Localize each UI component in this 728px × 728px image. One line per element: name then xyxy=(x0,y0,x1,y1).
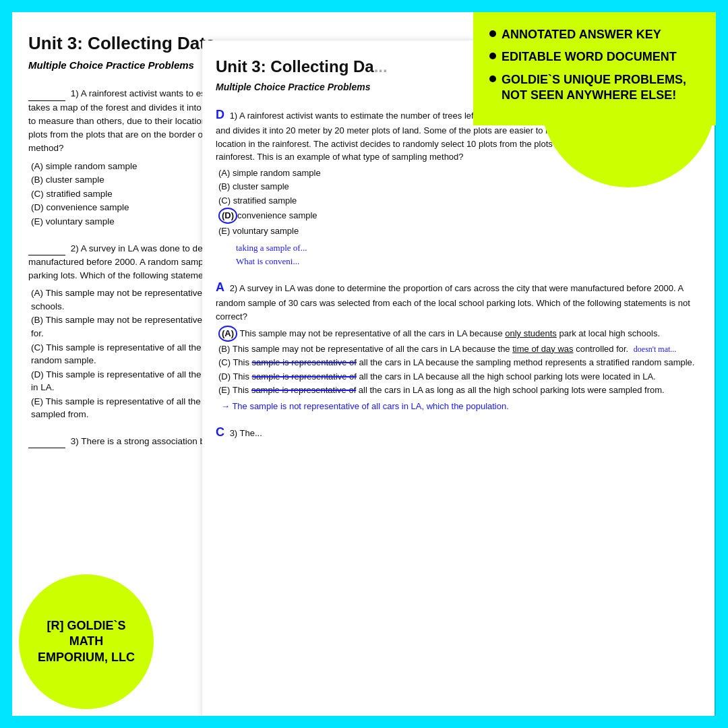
ak-q1-annotation-area: taking a sample of...What is conveni... xyxy=(216,241,701,268)
frame-right xyxy=(716,0,728,728)
q3-blank xyxy=(28,448,65,448)
ak-q2-cb: (B) This sample may not be representativ… xyxy=(218,342,701,356)
ak-q2-body: 2) A survey in LA was done to determine … xyxy=(216,283,690,322)
bullet-2 xyxy=(489,53,496,59)
bullet-3 xyxy=(489,75,496,82)
badge-text-content: [R] GOLDIE`S MATH EMPORIUM, LLC xyxy=(31,611,142,672)
ak-q1-arrow-note: taking a sample of...What is conveni... xyxy=(236,241,701,268)
bullet-1 xyxy=(489,30,496,37)
answer-circle-d: (D) xyxy=(218,208,237,224)
feature-label-1: ANNOTATED ANSWER KEY xyxy=(502,27,661,42)
ak-q1-answer: D xyxy=(216,108,224,121)
ak-q2-ca: (A) This sample may not be representativ… xyxy=(218,326,701,342)
ak-q2-choices: (A) This sample may not be representativ… xyxy=(218,326,701,397)
badge-line2: MATH xyxy=(38,634,135,649)
ak-q1-cc: (C) stratified sample xyxy=(218,194,701,208)
ak-q2-ce: (E) This sample is representative of all… xyxy=(218,384,701,397)
ak-q1-note-text: taking a sample of...What is conveni... xyxy=(236,241,307,268)
strikethrough-e: sample is representative of xyxy=(251,385,356,395)
strikethrough-d: sample is representative of xyxy=(252,371,357,382)
ak-q2-bottom-note: → The sample is not representative of al… xyxy=(221,400,701,413)
feature-item-3: GOLDIE`S UNIQUE PROBLEMS, NOT SEEN ANYWH… xyxy=(489,72,700,104)
ak-q1-cd: (D)convenience sample xyxy=(218,208,701,224)
ak-q2-text: A 2) A survey in LA was done to determin… xyxy=(216,278,701,323)
brand-badge: [R] GOLDIE`S MATH EMPORIUM, LLC xyxy=(19,574,154,709)
ak-q3-text: 3) The... xyxy=(230,428,262,438)
feature-label-2: EDITABLE WORD DOCUMENT xyxy=(502,49,677,65)
ak-q2: A 2) A survey in LA was done to determin… xyxy=(216,278,701,413)
answer-circle-a: (A) xyxy=(218,326,237,342)
ak-q2-cd: (D) This sample is representative of all… xyxy=(218,370,701,384)
ak-q2-cb-note: doesn't mat... xyxy=(634,344,677,354)
feature-box: ANNOTATED ANSWER KEY EDITABLE WORD DOCUM… xyxy=(473,12,716,125)
badge-line3: EMPORIUM, LLC xyxy=(38,650,135,665)
underlined-text-a: only students xyxy=(505,328,557,338)
frame-top xyxy=(0,0,728,12)
ak-q3-answer: C xyxy=(216,425,224,439)
ak-q3-partial: C 3) The... xyxy=(216,423,701,442)
underlined-text-b: time of day was xyxy=(512,344,573,354)
feature-label-3: GOLDIE`S UNIQUE PROBLEMS, NOT SEEN ANYWH… xyxy=(502,72,700,104)
q2-blank xyxy=(28,255,65,255)
ak-q2-answer: A xyxy=(216,280,224,294)
frame-bottom xyxy=(0,716,728,728)
q1-blank xyxy=(28,100,65,101)
frame-left xyxy=(0,0,12,728)
ak-q1-ce: (E) voluntary sample xyxy=(218,224,701,238)
feature-item-1: ANNOTATED ANSWER KEY xyxy=(489,27,700,42)
strikethrough-c: sample is representative of xyxy=(252,357,357,367)
feature-item-2: EDITABLE WORD DOCUMENT xyxy=(489,49,700,65)
feature-list: ANNOTATED ANSWER KEY EDITABLE WORD DOCUM… xyxy=(489,27,700,104)
ak-q2-cc: (C) This sample is representative of all… xyxy=(218,356,701,369)
badge-line1: [R] GOLDIE`S xyxy=(38,618,135,634)
